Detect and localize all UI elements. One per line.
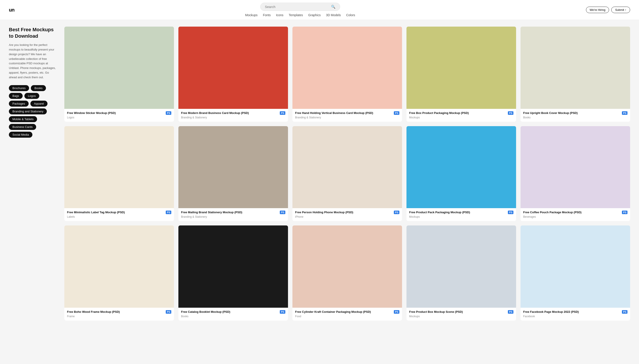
card-image	[407, 126, 516, 208]
card-title: Free Mailing Brand Stationery Mockup (PS…	[181, 210, 242, 214]
ps-badge: PS	[280, 111, 285, 115]
ps-badge: PS	[280, 310, 285, 314]
nav-link-mockups[interactable]: Mockups	[245, 13, 258, 17]
sidebar-tag[interactable]: Brochures	[9, 85, 29, 91]
card-item[interactable]: Free Boho Wood Frame Mockup (PSD)PSFrame	[64, 226, 174, 320]
ps-badge: PS	[166, 210, 171, 214]
card-item[interactable]: Free Person Holding Phone Mockup (PSD)PS…	[292, 126, 402, 221]
card-item[interactable]: Free Cylinder Kraft Container Packaging …	[292, 226, 402, 320]
card-body: Free Mailing Brand Stationery Mockup (PS…	[178, 208, 288, 221]
header-center: 🔍 MockupsFontsIconsTemplatesGraphics3D M…	[245, 3, 355, 17]
sidebar-tag[interactable]: Social Media	[9, 132, 32, 138]
sidebar-tag[interactable]: Logos	[25, 93, 39, 99]
card-item[interactable]: Free Modern Brand Business Card Mockup (…	[178, 26, 288, 122]
card-category: Branding & Stationery	[295, 116, 399, 119]
nav-link-colors[interactable]: Colors	[346, 13, 355, 17]
card-image	[520, 26, 630, 109]
sidebar-tag[interactable]: Books	[31, 85, 46, 91]
card-image	[292, 126, 402, 208]
card-body: Free Person Holding Phone Mockup (PSD)PS…	[292, 208, 402, 221]
card-image	[292, 26, 402, 109]
card-image	[407, 226, 516, 308]
nav-link-3d models[interactable]: 3D Models	[326, 13, 341, 17]
card-body: Free Box Product Packaging Mockup (PSD)P…	[407, 109, 516, 122]
search-input[interactable]	[265, 5, 331, 9]
sidebar-tag[interactable]: Bags	[9, 93, 23, 99]
sidebar: Best Free Mockups to Download Are you lo…	[9, 26, 58, 320]
main-container: Best Free Mockups to Download Are you lo…	[0, 20, 639, 327]
card-title: Free Minimalistic Label Tag Mockup (PSD)	[67, 210, 125, 214]
nav-link-templates[interactable]: Templates	[289, 13, 303, 17]
card-title: Free Hand Holding Vertical Business Card…	[295, 111, 373, 115]
card-title: Free Person Holding Phone Mockup (PSD)	[295, 210, 353, 214]
card-item[interactable]: Free Facebook Page Mockup 2022 (PSD)PSFa…	[520, 226, 630, 320]
card-image	[292, 226, 402, 308]
ps-badge: PS	[394, 111, 399, 115]
card-title: Free Facebook Page Mockup 2022 (PSD)	[523, 310, 579, 314]
card-item[interactable]: Free Product Pack Packaging Mockup (PSD)…	[407, 126, 516, 221]
card-title: Free Window Sticker Mockup (PSD)	[67, 111, 116, 115]
card-image	[178, 226, 288, 308]
card-image	[64, 226, 174, 308]
card-item[interactable]: Free Product Box Mockup Scene (PSD)PSMoc…	[407, 226, 516, 320]
ps-badge: PS	[166, 111, 171, 115]
ps-badge: PS	[622, 111, 627, 115]
nav-link-icons[interactable]: Icons	[276, 13, 283, 17]
card-body: Free Product Pack Packaging Mockup (PSD)…	[407, 208, 516, 221]
tag-grid: BrochuresBooksBagsLogosPackagesApparelBr…	[9, 85, 58, 138]
card-item[interactable]: Free Minimalistic Label Tag Mockup (PSD)…	[64, 126, 174, 221]
card-category: Logos	[67, 116, 171, 119]
ps-badge: PS	[508, 210, 513, 214]
card-item[interactable]: Free Mailing Brand Stationery Mockup (PS…	[178, 126, 288, 221]
nav-link-graphics[interactable]: Graphics	[308, 13, 321, 17]
ps-badge: PS	[394, 210, 399, 214]
card-body: Free Coffee Pouch Package Mockup (PSD)PS…	[520, 208, 630, 221]
logo[interactable]: un	[9, 7, 15, 13]
nav-link-fonts[interactable]: Fonts	[263, 13, 271, 17]
card-title: Free Product Box Mockup Scene (PSD)	[409, 310, 463, 314]
sidebar-tag[interactable]: Apparel	[30, 101, 48, 107]
card-category: Beverages	[523, 215, 627, 218]
card-title: Free Box Product Packaging Mockup (PSD)	[409, 111, 469, 115]
sidebar-desc: Are you looking for the perfect mockups …	[9, 43, 58, 80]
card-body: Free Boho Wood Frame Mockup (PSD)PSFrame	[64, 308, 174, 320]
card-image	[178, 126, 288, 208]
card-category: Branding & Stationery	[181, 116, 285, 119]
submit-button[interactable]: Submit ↑	[611, 7, 630, 13]
hiring-button[interactable]: We're Hiring	[586, 7, 609, 13]
ps-badge: PS	[394, 310, 399, 314]
card-title: Free Cylinder Kraft Container Packaging …	[295, 310, 371, 314]
sidebar-tag[interactable]: Branding and Stationery	[9, 108, 47, 114]
card-category: iPhone	[295, 215, 399, 218]
card-item[interactable]: Free Upright Book Cover Mockup (PSD)PSBo…	[520, 26, 630, 122]
card-item[interactable]: Free Hand Holding Vertical Business Card…	[292, 26, 402, 122]
card-category: Facebook	[523, 315, 627, 318]
header-right: We're Hiring Submit ↑	[586, 7, 630, 13]
card-body: Free Upright Book Cover Mockup (PSD)PSBo…	[520, 109, 630, 122]
card-category: Food	[295, 315, 399, 318]
card-body: Free Cylinder Kraft Container Packaging …	[292, 308, 402, 320]
card-category: Mockups	[409, 215, 513, 218]
card-body: Free Facebook Page Mockup 2022 (PSD)PSFa…	[520, 308, 630, 320]
sidebar-tag[interactable]: Mobile & Tablets	[9, 116, 37, 122]
card-category: Mockups	[409, 315, 513, 318]
card-item[interactable]: Free Coffee Pouch Package Mockup (PSD)PS…	[520, 126, 630, 221]
card-image	[64, 126, 174, 208]
sidebar-tag[interactable]: Packages	[9, 101, 29, 107]
card-item[interactable]: Free Box Product Packaging Mockup (PSD)P…	[407, 26, 516, 122]
card-image	[64, 26, 174, 109]
card-title: Free Modern Brand Business Card Mockup (…	[181, 111, 249, 115]
card-title: Free Product Pack Packaging Mockup (PSD)	[409, 210, 470, 214]
card-item[interactable]: Free Window Sticker Mockup (PSD)PSLogos	[64, 26, 174, 122]
sidebar-tag[interactable]: Business Cards	[9, 124, 36, 130]
card-category: Books	[523, 116, 627, 119]
ps-badge: PS	[508, 310, 513, 314]
card-title: Free Catalog Booklet Mockup (PSD)	[181, 310, 230, 314]
card-category: Mockups	[409, 116, 513, 119]
card-body: Free Product Box Mockup Scene (PSD)PSMoc…	[407, 308, 516, 320]
card-item[interactable]: Free Catalog Booklet Mockup (PSD)PSBooks	[178, 226, 288, 320]
search-bar: 🔍	[260, 3, 340, 11]
search-icon: 🔍	[331, 5, 336, 9]
card-image	[407, 26, 516, 109]
card-category: Books	[181, 315, 285, 318]
